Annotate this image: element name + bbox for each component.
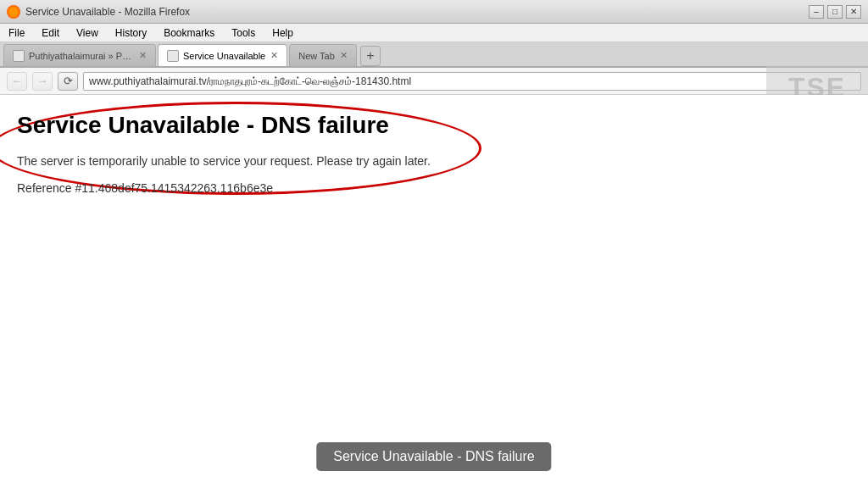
window-title: Service Unavailable - Mozilla Firefox <box>25 6 190 18</box>
error-description: The server is temporarily unable to serv… <box>17 154 851 168</box>
menu-bar: File Edit View History Bookmarks Tools H… <box>0 24 868 42</box>
address-input[interactable] <box>83 72 861 91</box>
menu-bookmarks[interactable]: Bookmarks <box>159 25 220 41</box>
bottom-caption: Service Unavailable - DNS failure <box>316 442 551 471</box>
page-content: Service Unavailable - DNS failure The se… <box>0 95 868 488</box>
window-controls: – □ ✕ <box>809 5 861 19</box>
tab-service-unavailable[interactable]: Service Unavailable ✕ <box>158 44 287 66</box>
bottom-caption-text: Service Unavailable - DNS failure <box>333 449 534 463</box>
error-heading: Service Unavailable - DNS failure <box>17 112 851 139</box>
tab-bar: Puthiyathalaimurai » Puthiyathalaim... ✕… <box>0 42 868 68</box>
forward-button[interactable]: → <box>32 72 53 91</box>
tab-puthiya[interactable]: Puthiyathalaimurai » Puthiyathalaim... ✕ <box>3 44 156 66</box>
new-tab-button[interactable]: + <box>360 46 381 66</box>
tab-new-tab[interactable]: New Tab ✕ <box>289 44 357 66</box>
error-reference: Reference #11.468def75.1415342263.116b6e… <box>17 181 851 195</box>
title-bar: Service Unavailable - Mozilla Firefox – … <box>0 0 868 24</box>
firefox-icon <box>7 5 20 19</box>
menu-tools[interactable]: Tools <box>226 25 260 41</box>
reload-button[interactable]: ⟳ <box>58 72 78 91</box>
tab2-close-icon[interactable]: ✕ <box>270 50 278 61</box>
tab2-label: Service Unavailable <box>183 51 265 61</box>
tab1-close-icon[interactable]: ✕ <box>139 50 147 61</box>
maximize-button[interactable]: □ <box>827 5 843 19</box>
tab3-label: New Tab <box>298 51 335 61</box>
tab1-label: Puthiyathalaimurai » Puthiyathalaim... <box>29 51 134 61</box>
tab2-favicon-icon <box>167 50 179 62</box>
menu-view[interactable]: View <box>71 25 103 41</box>
menu-history[interactable]: History <box>110 25 152 41</box>
back-button[interactable]: ← <box>7 72 27 91</box>
tab3-close-icon[interactable]: ✕ <box>340 50 348 61</box>
tab1-favicon-icon <box>13 50 25 62</box>
menu-file[interactable]: File <box>3 25 30 41</box>
menu-help[interactable]: Help <box>267 25 298 41</box>
minimize-button[interactable]: – <box>809 5 824 19</box>
menu-edit[interactable]: Edit <box>36 25 64 41</box>
close-button[interactable]: ✕ <box>846 5 861 19</box>
address-bar: ← → ⟳ <box>0 68 868 95</box>
